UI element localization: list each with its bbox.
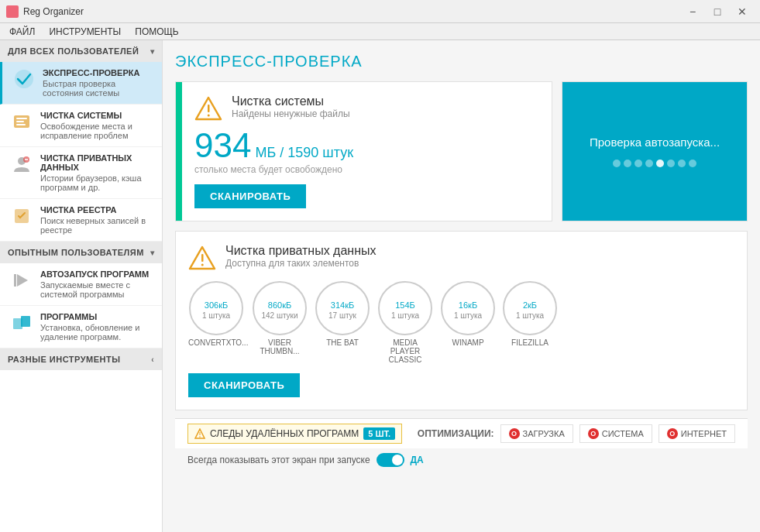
sidebar-item-system-clean[interactable]: ЧИСТКА СИСТЕМЫ Освобождение места и испр… [0, 105, 162, 147]
thebat-name: THE BAT [326, 338, 358, 347]
sidebar-item-programs[interactable]: ПРОГРАММЫ Установка, обновление и удален… [0, 306, 162, 348]
private-card-title: Чистка приватных данных [225, 244, 377, 258]
filezilla-size: 2кБ [523, 297, 537, 311]
svg-rect-4 [16, 124, 26, 125]
warning-small-icon [194, 428, 205, 439]
dot-4 [645, 160, 653, 167]
maximize-button[interactable]: □ [706, 4, 729, 19]
dot-6 [667, 160, 675, 167]
app-circle-filezilla: 2кБ 1 штука [503, 281, 557, 335]
private-scan-button[interactable]: СКАНИРОВАТЬ [188, 373, 300, 397]
autorun-icon [11, 269, 33, 291]
opt-load-label: ЗАГРУЗКА [523, 429, 565, 438]
sidebar-item-autorun[interactable]: АВТОЗАПУСК ПРОГРАММ Запускаемые вместе с… [0, 263, 162, 306]
sidebar-item-registry-text: ЧИСТКА РЕЕСТРА Поиск неверных записей в … [40, 205, 154, 235]
app-item-filezilla[interactable]: 2кБ 1 штука FILEZILLA [503, 281, 557, 364]
convertxto-size: 306кБ [205, 297, 228, 311]
main-content: ЭКСПРЕСС-ПРОВЕРКА [163, 40, 760, 532]
apps-row: 306кБ 1 штука CONVERTXTO... 860кБ 142 шт… [188, 281, 734, 364]
convertxto-unit: кБ [218, 300, 228, 310]
sidebar-item-express-text: ЭКСПРЕСС-ПРОВЕРКА Быстрая проверка состо… [43, 68, 154, 98]
optimize-section: ОПТИМИЗАЦИИ: О ЗАГРУЗКА О СИСТЕМА О ИНТЕ… [418, 424, 735, 443]
menu-file[interactable]: ФАЙЛ [3, 25, 41, 39]
system-card-subtitle: Найдены ненужные файлы [232, 108, 350, 119]
optimize-internet-button[interactable]: О ИНТЕРНЕТ [659, 424, 735, 443]
cards-row-1: Чистка системы Найдены ненужные файлы 93… [175, 81, 748, 221]
winamp-unit: кБ [468, 300, 477, 310]
always-show-toggle[interactable] [377, 453, 404, 467]
svg-point-15 [208, 115, 210, 117]
dot-2 [624, 160, 631, 167]
size-value: 934 [194, 126, 251, 164]
menu-tools[interactable]: ИНСТРУМЕНТЫ [43, 25, 127, 39]
warning-icon-2 [188, 244, 216, 272]
close-button[interactable]: ✕ [731, 4, 754, 19]
app-body: ДЛЯ ВСЕХ ПОЛЬЗОВАТЕЛЕЙ ▾ ЭКСПРЕСС-ПРОВЕР… [0, 40, 760, 532]
dot-5 [656, 160, 664, 167]
autorun-desc: Запускаемые вместе с системой программы [40, 280, 154, 299]
system-scan-button[interactable]: СКАНИРОВАТЬ [194, 184, 306, 208]
app-item-thebat[interactable]: 314кБ 17 штук THE BAT [315, 281, 370, 364]
app-item-viber[interactable]: 860кБ 142 штуки VIBER THUMBN... [252, 281, 308, 364]
private-clean-desc: Истории браузеров, кэша программ и др. [40, 173, 154, 192]
viber-size-val: 860 [268, 300, 282, 310]
minimize-button[interactable]: − [681, 4, 704, 19]
svg-marker-9 [17, 274, 28, 287]
toggle-label: Всегда показывать этот экран при запуске [187, 455, 370, 465]
optimize-load-button[interactable]: О ЗАГРУЗКА [500, 424, 573, 443]
dot-3 [634, 160, 642, 167]
toggle-state: ДА [411, 455, 424, 465]
private-clean-icon [11, 153, 33, 175]
opt-load-icon: О [509, 428, 520, 439]
sidebar-section-all-users[interactable]: ДЛЯ ВСЕХ ПОЛЬЗОВАТЕЛЕЙ ▾ [0, 40, 162, 62]
svg-rect-14 [208, 105, 210, 112]
winamp-count: 1 штука [454, 311, 482, 320]
app-item-mpc[interactable]: 154Б 1 штука MEDIA PLAYER CLASSIC [377, 281, 433, 364]
titlebar-left: Reg Organizer [6, 5, 84, 18]
app-title: Reg Organizer [23, 6, 84, 17]
private-card-info: Чистка приватных данных Доступна для так… [225, 244, 377, 269]
mpc-size-val: 154 [395, 300, 409, 310]
private-card-subtitle: Доступна для таких элементов [225, 258, 377, 269]
filezilla-count: 1 штука [516, 311, 544, 320]
viber-unit: кБ [282, 300, 291, 310]
autorun-title: АВТОЗАПУСК ПРОГРАММ [40, 269, 154, 279]
sidebar-item-system-text: ЧИСТКА СИСТЕМЫ Освобождение места и испр… [40, 111, 154, 140]
dot-7 [678, 160, 686, 167]
size-unit-text: МБ / 1590 штук [255, 145, 353, 160]
sidebar-section-all-users-label: ДЛЯ ВСЕХ ПОЛЬЗОВАТЕЛЕЙ [8, 46, 139, 56]
sidebar-section-tools[interactable]: РАЗНЫЕ ИНСТРУМЕНТЫ ‹ [0, 348, 162, 370]
deleted-programs-badge[interactable]: СЛЕДЫ УДАЛЁННЫХ ПРОГРАММ 5 ШТ. [187, 424, 402, 444]
svg-rect-3 [16, 121, 24, 122]
autorun-status-card: Проверка автозапуска... [562, 81, 748, 221]
size-unit: МБ / 1590 штук [251, 145, 353, 160]
system-card-inner: Чистка системы Найдены ненужные файлы 93… [182, 82, 552, 221]
svg-point-18 [201, 264, 204, 266]
app-item-convertxto[interactable]: 306кБ 1 штука CONVERTXTO... [188, 281, 244, 364]
menubar: ФАЙЛ ИНСТРУМЕНТЫ ПОМОЩЬ [0, 23, 760, 40]
filezilla-name: FILEZILLA [511, 338, 549, 347]
bottom-bar: СЛЕДЫ УДАЛЁННЫХ ПРОГРАММ 5 ШТ. ОПТИМИЗАЦ… [175, 418, 748, 448]
sidebar-item-express[interactable]: ЭКСПРЕСС-ПРОВЕРКА Быстрая проверка состо… [0, 62, 162, 105]
svg-rect-20 [200, 432, 201, 435]
sidebar-section-tools-label: РАЗНЫЕ ИНСТРУМЕНТЫ [8, 355, 121, 364]
convertxto-size-val: 306 [205, 300, 218, 310]
system-card-title: Чистка системы [232, 94, 350, 108]
page-title: ЭКСПРЕСС-ПРОВЕРКА [175, 53, 748, 70]
filezilla-unit: кБ [528, 300, 537, 310]
system-clean-desc: Освобождение места и исправление проблем [40, 122, 154, 140]
sidebar-item-registry-clean[interactable]: ЧИСТКА РЕЕСТРА Поиск неверных записей в … [0, 199, 162, 242]
sidebar-item-private-clean[interactable]: ЧИСТКА ПРИВАТНЫХ ДАННЫХ Истории браузеро… [0, 147, 162, 199]
sidebar-section-advanced[interactable]: ОПЫТНЫМ ПОЛЬЗОВАТЕЛЯМ ▾ [0, 242, 162, 263]
menu-help[interactable]: ПОМОЩЬ [129, 25, 184, 39]
sidebar-item-programs-text: ПРОГРАММЫ Установка, обновление и удален… [40, 312, 154, 342]
private-card-header: Чистка приватных данных Доступна для так… [188, 244, 734, 272]
app-item-winamp[interactable]: 16кБ 1 штука WINAMP [441, 281, 495, 364]
programs-desc: Установка, обновление и удаление програм… [40, 323, 154, 342]
chevron-down-icon-2: ▾ [150, 249, 155, 257]
thebat-size-val: 314 [331, 300, 345, 310]
optimize-system-button[interactable]: О СИСТЕМА [579, 424, 652, 443]
mpc-count: 1 штука [391, 311, 419, 320]
chevron-left-icon: ‹ [151, 355, 154, 364]
warning-icon [194, 94, 222, 122]
